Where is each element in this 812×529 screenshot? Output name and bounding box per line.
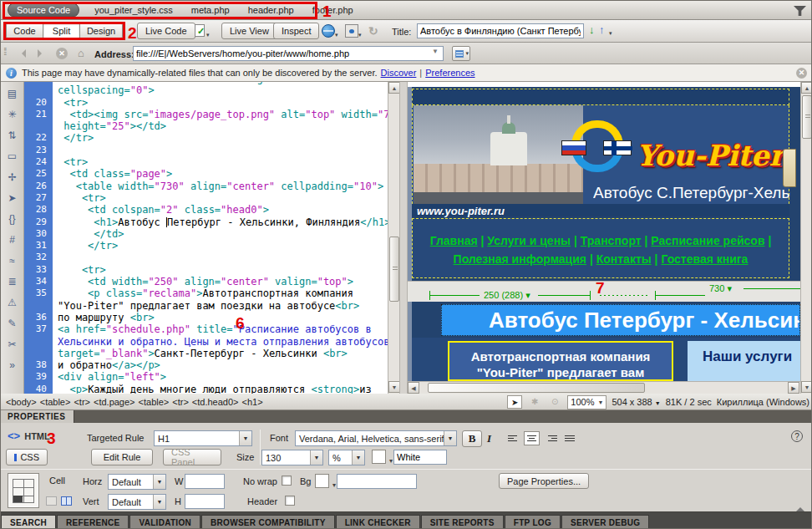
get-file-down-icon[interactable]: ↓	[589, 24, 595, 36]
window-size-control[interactable]: 504 x 388 ▼	[612, 397, 660, 407]
results-tab[interactable]: SERVER DEBUG	[561, 515, 649, 529]
results-tab[interactable]: SEARCH	[1, 515, 56, 529]
align-justify-icon[interactable]	[562, 431, 578, 445]
design-horizontal-scrollbar[interactable]: ◀ ▶	[408, 381, 800, 394]
line-numbers-icon[interactable]: #	[5, 233, 20, 247]
back-icon[interactable]	[18, 49, 26, 58]
balance-braces-icon[interactable]: {}	[5, 212, 20, 226]
nav-link[interactable]: Услуги и цены	[487, 234, 571, 247]
font-combo[interactable]: Verdana, Arial, Helvetica, sans-serif▼	[295, 430, 457, 446]
tag-selector-item[interactable]: <td.head0>	[192, 397, 239, 407]
horz-combo[interactable]: Default▼	[108, 474, 166, 490]
forward-icon[interactable]	[38, 49, 46, 58]
align-right-icon[interactable]	[544, 431, 560, 445]
scroll-right-icon[interactable]: ▶	[788, 382, 799, 394]
scroll-down-icon[interactable]: ▼	[388, 381, 400, 393]
nav-link[interactable]: Полезная информация	[454, 252, 586, 266]
text-color-swatch[interactable]	[372, 450, 386, 464]
edit-rule-button[interactable]: Edit Rule	[91, 449, 153, 465]
results-tab[interactable]: VALIDATION	[129, 515, 200, 529]
cell-height-input[interactable]	[185, 494, 225, 509]
expand-all-icon[interactable]: ✢	[5, 170, 20, 184]
align-left-icon[interactable]	[505, 431, 521, 445]
split-cell-icon[interactable]	[61, 496, 72, 506]
check-browser-compatibility-icon[interactable]	[195, 24, 205, 37]
nav-link[interactable]: Контакты	[596, 252, 652, 266]
select-tool-icon[interactable]: ➤	[507, 395, 522, 409]
tag-selector-item[interactable]: <tr>	[74, 397, 90, 407]
design-hscroll-thumb[interactable]	[428, 383, 645, 393]
hand-tool-icon[interactable]: ✱	[527, 395, 542, 409]
panel-collapse-icon[interactable]	[796, 503, 804, 511]
reclama-box[interactable]: Автотранспортная компания "You-Piter" пр…	[448, 341, 673, 381]
split-divider[interactable]	[399, 82, 408, 394]
tag-selector-item[interactable]: <table>	[40, 397, 71, 407]
merge-cells-icon[interactable]	[46, 496, 57, 506]
design-h1-heading[interactable]: Автобус Петербург - Хельсинки	[441, 304, 800, 336]
table-width-right-label[interactable]: 730 ▾	[707, 283, 734, 294]
table-width-left-label[interactable]: 250 (288) ▾	[481, 290, 533, 301]
zoom-tool-icon[interactable]: ⊙	[547, 395, 562, 409]
preview-in-browser-icon[interactable]	[322, 24, 335, 38]
toolbar-grip[interactable]: ⁞⁞	[3, 46, 6, 58]
unit-combo[interactable]: %▼	[328, 450, 365, 465]
results-tab[interactable]: SITE REPORTS	[421, 515, 504, 529]
design-view-pane[interactable]: You-Piter Автобус С.Петербург-Хельсинки …	[408, 82, 800, 394]
bg-color-input[interactable]	[337, 474, 417, 489]
design-scrollbar[interactable]: ▲ ▼	[800, 82, 812, 394]
syntax-error-alerts-icon[interactable]: ⚠	[5, 296, 20, 309]
page-properties-button[interactable]: Page Properties...	[499, 473, 589, 489]
bold-button[interactable]: B	[462, 430, 482, 447]
bg-color-swatch[interactable]	[315, 474, 329, 488]
scroll-up-icon[interactable]: ▲	[388, 82, 400, 94]
align-center-icon[interactable]	[524, 431, 540, 445]
info-close-icon[interactable]: ✕	[796, 68, 807, 79]
visual-aids-icon[interactable]	[345, 24, 358, 38]
preview-dropdown-icon[interactable]: ▾	[335, 32, 338, 38]
file-tab[interactable]: footer.php	[312, 5, 353, 15]
nav-link[interactable]: Транспорт	[581, 234, 642, 247]
stop-icon[interactable]: ✕	[56, 48, 68, 59]
filter-funnel-icon[interactable]	[794, 6, 806, 16]
address-input[interactable]	[133, 46, 444, 61]
italic-button[interactable]: I	[487, 432, 491, 445]
preferences-link[interactable]: Preferences	[425, 68, 475, 78]
services-box[interactable]: Наши услуги	[688, 341, 800, 381]
title-input[interactable]	[417, 23, 584, 38]
code-scrollbar-thumb[interactable]	[389, 237, 399, 302]
remove-comment-icon[interactable]: ✂	[5, 338, 20, 351]
results-tab[interactable]: LINK CHECKER	[336, 515, 420, 529]
results-tab[interactable]: REFERENCE	[57, 515, 129, 529]
word-wrap-icon[interactable]: ≣	[5, 275, 20, 288]
vert-combo[interactable]: Default▼	[108, 494, 166, 510]
css-mode-button[interactable]: CSS	[6, 449, 48, 465]
refresh-icon[interactable]: ↻	[368, 24, 382, 38]
nav-link[interactable]: Расписание рейсов	[651, 234, 764, 247]
tag-selector-item[interactable]: <td.page>	[94, 397, 135, 407]
open-documents-icon[interactable]: ▤	[5, 87, 20, 100]
check-page-dropdown-icon[interactable]: ▾	[206, 32, 210, 38]
home-icon[interactable]: ⌂	[74, 48, 88, 60]
apply-comment-icon[interactable]: ✎	[5, 317, 20, 330]
format-source-icon[interactable]: »	[5, 359, 20, 372]
properties-tab[interactable]: PROPERTIES	[1, 410, 74, 423]
nav-link[interactable]: Главная	[430, 234, 478, 247]
scroll-down-icon[interactable]: ▼	[801, 381, 812, 393]
code-navigator-icon[interactable]: ✳	[5, 108, 20, 121]
css-panel-button[interactable]: CSS Panel	[163, 449, 221, 465]
tag-selector-item[interactable]: <tr>	[172, 397, 189, 407]
discover-link[interactable]: Discover	[381, 68, 417, 78]
targeted-rule-combo[interactable]: H1▼	[154, 430, 252, 446]
address-dropdown-icon[interactable]: ▼	[432, 48, 439, 55]
file-list-button[interactable]	[452, 46, 470, 61]
collapse-full-tag-icon[interactable]: ⇅	[5, 129, 20, 142]
tag-selector-item[interactable]: <h1>	[242, 397, 263, 407]
put-file-up-icon[interactable]: ↑	[599, 24, 605, 36]
page-top-image-row[interactable]	[412, 89, 789, 105]
inspect-button[interactable]: Inspect	[273, 23, 319, 39]
cell-width-input[interactable]	[185, 474, 225, 489]
tag-selector-item[interactable]: <body>	[6, 397, 37, 407]
visual-aids-dropdown-icon[interactable]: ▾	[358, 32, 362, 38]
results-tab[interactable]: BROWSER COMPATIBILITY	[201, 515, 335, 529]
site-banner[interactable]: You-Piter Автобус С.Петербург-Хельсинки	[412, 105, 789, 204]
